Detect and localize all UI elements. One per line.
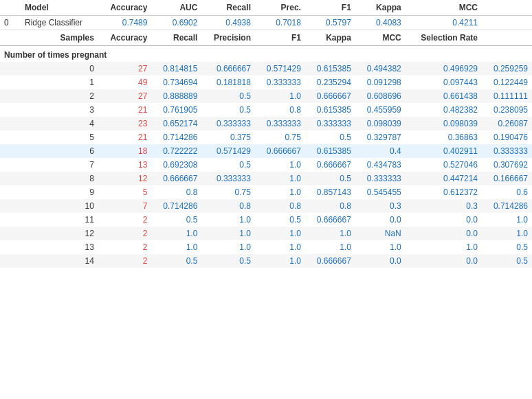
table-row: 2270.8888890.51.00.6666670.6086960.66143… [0, 89, 532, 103]
row-kappa: 0.434783 [355, 158, 406, 172]
table-row: 4230.6521740.3333330.3333330.3333330.098… [0, 117, 532, 130]
row-recall: 0.5 [201, 158, 255, 172]
row-precision: 1.0 [255, 158, 305, 172]
row-recall: 0.333333 [201, 172, 255, 185]
h2-recall: Recall [151, 30, 201, 46]
row-empty [0, 89, 21, 103]
h2-f1: F1 [255, 30, 305, 46]
row-f1: 0.5 [305, 130, 355, 144]
row-empty [0, 185, 21, 199]
row-precision: 0.8 [255, 199, 305, 213]
row-precision: 0.8 [255, 103, 305, 117]
row-f1: 0.615385 [305, 103, 355, 117]
row-recall: 0.666667 [201, 62, 255, 76]
model-name: Ridge Classifier [21, 16, 98, 30]
row-samples: 7 [98, 199, 152, 213]
row-precision: 0.571429 [255, 62, 305, 76]
row-recall: 1.0 [201, 240, 255, 254]
table-row: 8120.6666670.3333331.00.50.3333330.44721… [0, 172, 532, 185]
row-kappa: 0.0 [355, 213, 406, 227]
row-index: 2 [21, 89, 98, 103]
row-precision: 1.0 [255, 227, 305, 240]
row-mcc: 0.527046 [406, 158, 482, 172]
row-recall: 0.75 [201, 185, 255, 199]
row-accuracy: 0.714286 [151, 130, 201, 144]
row-kappa: 0.333333 [355, 172, 406, 185]
header-row-1: Model Accuracy AUC Recall Prec. F1 Kappa… [0, 0, 532, 16]
row-f1: 0.615385 [305, 62, 355, 76]
row-empty [0, 240, 21, 254]
h2-kappa: Kappa [305, 30, 355, 46]
row-selection-rate: 0.333333 [482, 144, 532, 158]
row-accuracy: 0.814815 [151, 62, 201, 76]
row-kappa: 0.494382 [355, 62, 406, 76]
row-index: 13 [21, 240, 98, 254]
col-auc-h1: AUC [151, 0, 201, 16]
h2-empty [0, 30, 21, 46]
row-empty [0, 144, 21, 158]
row-precision: 0.333333 [255, 76, 305, 89]
row-mcc: 0.496929 [406, 62, 482, 76]
row-selection-rate: 1.0 [482, 227, 532, 240]
row-accuracy: 0.888889 [151, 89, 201, 103]
table-row: 1321.01.01.01.01.01.00.5 [0, 240, 532, 254]
row-mcc: 0.0 [406, 227, 482, 240]
row-empty [0, 62, 21, 76]
row-accuracy: 0.666667 [151, 172, 201, 185]
model-f1: 0.5797 [305, 16, 355, 30]
row-f1: 0.666667 [305, 254, 355, 268]
row-samples: 49 [98, 76, 152, 89]
row-kappa: 0.098039 [355, 117, 406, 130]
row-empty [0, 199, 21, 213]
row-samples: 2 [98, 254, 152, 268]
row-selection-rate: 0.111111 [482, 89, 532, 103]
row-empty [0, 76, 21, 89]
row-accuracy: 0.722222 [151, 144, 201, 158]
col-extra-h1 [482, 0, 532, 16]
row-samples: 27 [98, 62, 152, 76]
table-row: 1120.51.00.50.6666670.00.01.0 [0, 213, 532, 227]
row-selection-rate: 0.122449 [482, 76, 532, 89]
row-index: 8 [21, 172, 98, 185]
model-mcc: 0.4211 [406, 16, 482, 30]
row-samples: 27 [98, 89, 152, 103]
model-accuracy: 0.7489 [98, 16, 152, 30]
row-mcc: 0.3 [406, 199, 482, 213]
row-f1: 0.333333 [305, 117, 355, 130]
model-index: 0 [0, 16, 21, 30]
row-kappa: 0.455959 [355, 103, 406, 117]
row-recall: 0.571429 [201, 144, 255, 158]
table-row: 1070.7142860.80.80.80.30.30.714286 [0, 199, 532, 213]
row-f1: 0.666667 [305, 158, 355, 172]
row-recall: 0.5 [201, 89, 255, 103]
row-accuracy: 0.8 [151, 185, 201, 199]
row-mcc: 0.0 [406, 213, 482, 227]
row-mcc: 0.447214 [406, 172, 482, 185]
row-selection-rate: 0.259259 [482, 62, 532, 76]
row-kappa: 0.0 [355, 254, 406, 268]
row-recall: 1.0 [201, 213, 255, 227]
row-selection-rate: 0.26087 [482, 117, 532, 130]
row-recall: 0.5 [201, 254, 255, 268]
col-f1-h1: F1 [305, 0, 355, 16]
row-mcc: 0.098039 [406, 117, 482, 130]
h2-precision: Precision [201, 30, 255, 46]
row-selection-rate: 0.238095 [482, 103, 532, 117]
row-samples: 2 [98, 227, 152, 240]
row-kappa: 0.329787 [355, 130, 406, 144]
h2-selection-rate: Selection Rate [406, 30, 482, 46]
row-index: 6 [21, 144, 98, 158]
table-row: 6180.7222220.5714290.6666670.6153850.40.… [0, 144, 532, 158]
row-samples: 21 [98, 103, 152, 117]
row-accuracy: 0.761905 [151, 103, 201, 117]
row-f1: 0.857143 [305, 185, 355, 199]
row-recall: 1.0 [201, 227, 255, 240]
row-selection-rate: 0.190476 [482, 130, 532, 144]
table-row: 1420.50.51.00.6666670.00.00.5 [0, 254, 532, 268]
row-kappa: 0.545455 [355, 185, 406, 199]
col-prec-h1: Prec. [255, 0, 305, 16]
row-empty [0, 130, 21, 144]
row-f1: 0.666667 [305, 213, 355, 227]
row-index: 0 [21, 62, 98, 76]
row-f1: 0.235294 [305, 76, 355, 89]
